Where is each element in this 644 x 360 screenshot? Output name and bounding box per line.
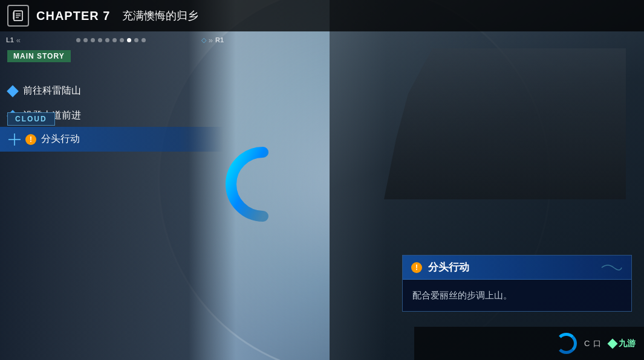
- l1-button[interactable]: L1: [6, 36, 14, 43]
- watermark-c-icon: [556, 333, 577, 354]
- detail-header: ! 分头行动: [403, 256, 631, 280]
- detail-body: 配合爱丽丝的步调上山。: [403, 280, 631, 311]
- crosshair-icon: [8, 133, 21, 146]
- nav-dot-4[interactable]: [98, 38, 102, 42]
- logo-diamond-icon: [608, 338, 618, 349]
- nav-dots: [23, 38, 199, 42]
- svg-rect-4: [13, 12, 15, 19]
- nav-bar: L1 « ◇ » R1: [0, 31, 230, 48]
- nav-dot-10[interactable]: [141, 38, 146, 42]
- loading-icon-container: [224, 145, 302, 223]
- quest-text-1: 前往科雷陆山: [23, 85, 81, 97]
- warning-text: !: [30, 135, 32, 144]
- quest-item-1[interactable]: 前往科雷陆山: [0, 79, 224, 103]
- nav-current-icon: ◇: [201, 36, 206, 44]
- diamond-icon-1: [7, 85, 19, 97]
- nav-prev-icon[interactable]: «: [16, 36, 21, 45]
- selected-quest-text: 分头行动: [41, 133, 80, 146]
- selected-quest-row[interactable]: ! 分头行动: [0, 127, 224, 152]
- detail-panel: ! 分头行动 配合爱丽丝的步调上山。: [402, 255, 632, 312]
- cloud-section-label: CLOUD: [7, 112, 55, 126]
- nav-dot-2[interactable]: [83, 38, 88, 42]
- detail-description: 配合爱丽丝的步调上山。: [412, 290, 512, 300]
- detail-warning-badge: !: [411, 262, 422, 273]
- bottom-bar: C 口 九游: [414, 327, 644, 360]
- nav-next-icon[interactable]: »: [209, 36, 213, 45]
- detail-title: 分头行动: [428, 260, 469, 274]
- chapter-number: CHAPTER 7: [36, 9, 110, 23]
- watermark-text: C 口: [584, 338, 602, 349]
- nav-dot-6[interactable]: [112, 38, 117, 42]
- nav-dot-9[interactable]: [134, 38, 138, 42]
- r1-button[interactable]: R1: [215, 36, 224, 43]
- detail-warning-text: !: [415, 263, 418, 272]
- nav-dot-5[interactable]: [105, 38, 109, 42]
- journal-icon: [7, 5, 29, 27]
- watermark-logo: 九游: [609, 338, 636, 349]
- loading-c-svg: [224, 145, 302, 223]
- selected-quest-warning-badge: !: [25, 134, 36, 145]
- main-story-label: MAIN STORY: [7, 50, 71, 62]
- nav-dot-1[interactable]: [76, 38, 80, 42]
- logo-text: 九游: [619, 338, 636, 349]
- header-bar: CHAPTER 7 充满懊悔的归乡: [0, 0, 644, 31]
- detail-swirl-icon: [599, 262, 623, 274]
- nav-dot-8[interactable]: [127, 38, 131, 42]
- nav-dot-3[interactable]: [91, 38, 95, 42]
- nav-dot-7[interactable]: [120, 38, 124, 42]
- chapter-title: 充满懊悔的归乡: [122, 8, 198, 23]
